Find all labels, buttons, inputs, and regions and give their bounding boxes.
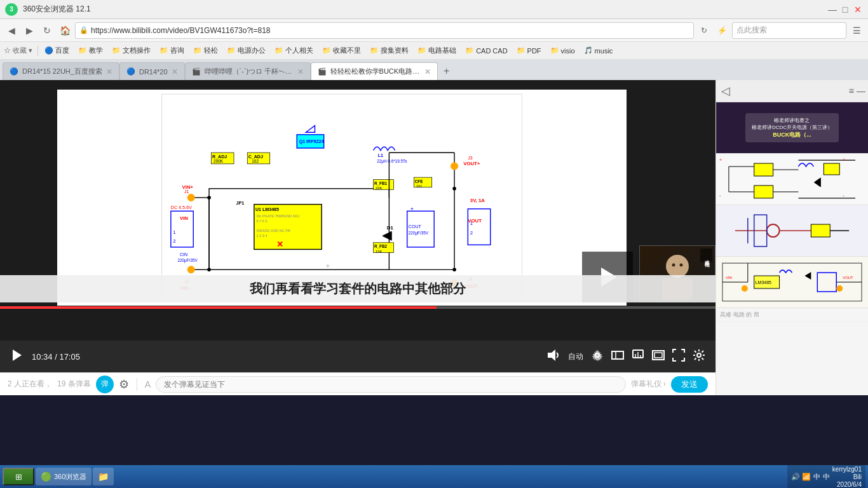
svg-text:2: 2 bbox=[173, 238, 175, 244]
extra-button[interactable] bbox=[693, 349, 705, 365]
extra-icon bbox=[693, 349, 705, 362]
bookmark-personal[interactable]: 📁 个人相关 bbox=[271, 44, 317, 57]
svg-text:✕: ✕ bbox=[276, 240, 283, 249]
svg-text:1    2    3    4: 1 2 3 4 bbox=[256, 234, 267, 238]
svg-text:R_FB1: R_FB1 bbox=[374, 181, 388, 186]
tab-1[interactable]: 🔵 DR14*15 22UH_百度搜索 ✕ bbox=[3, 62, 119, 80]
theater-button[interactable] bbox=[652, 349, 665, 365]
svg-point-67 bbox=[452, 187, 456, 191]
fullscreen-button[interactable] bbox=[672, 349, 685, 365]
tab2-label: DR14*20 bbox=[139, 68, 168, 76]
sidebar-text-1: 椿老师讲电赛之 bbox=[752, 117, 832, 124]
close-button[interactable]: ✕ bbox=[853, 4, 863, 15]
minimize-button[interactable]: — bbox=[827, 4, 837, 15]
search-bar[interactable]: 点此搜索 bbox=[732, 22, 846, 39]
bookmark-circuit[interactable]: 📁 电路基础 bbox=[414, 44, 460, 57]
settings-icon: ⚙ bbox=[119, 378, 129, 391]
title-bar: 3 360安全浏览器 12.1 — □ ✕ bbox=[0, 0, 868, 19]
video-container: 1 2 CIN 220μF/35V VIN DC 4.5-6V J1 VIN+ … bbox=[0, 80, 715, 395]
sidebar-text-1b: 椿老师讲DCDC开关电源（第三讲） bbox=[752, 124, 832, 131]
sidebar-menu-button[interactable]: ≡ bbox=[849, 83, 854, 99]
svg-rect-111 bbox=[811, 224, 830, 237]
tray-ime[interactable]: 中 bbox=[823, 472, 830, 482]
address-bar[interactable]: 🔒 https://www.bilibili.com/video/BV1GW41… bbox=[75, 22, 694, 39]
sidebar-item-4[interactable]: LM3485 VIN VOUT bbox=[716, 257, 868, 308]
new-tab-button[interactable]: + bbox=[438, 62, 456, 80]
tab4-close[interactable]: ✕ bbox=[424, 67, 431, 76]
bookmark-collect[interactable]: 📁 收藏不里 bbox=[318, 44, 365, 57]
sidebar-prev-button[interactable]: ◁ bbox=[719, 83, 733, 99]
svg-text:Vin PGATE PWRGND ADJ: Vin PGATE PWRGND ADJ bbox=[256, 214, 299, 218]
tab2-close[interactable]: ✕ bbox=[172, 67, 178, 76]
bookmark-docs[interactable]: 📁 文档操作 bbox=[108, 44, 154, 57]
text-icon: A bbox=[145, 379, 151, 390]
tab-2[interactable]: 🔵 DR14*20 ✕ bbox=[119, 62, 185, 80]
sidebar-minimize-button[interactable]: — bbox=[857, 83, 865, 99]
send-danmaku-button[interactable]: 发送 bbox=[671, 376, 708, 393]
bookmark-teach[interactable]: 📁 教学 bbox=[74, 44, 107, 57]
extensions-btn[interactable]: ⚡ bbox=[714, 23, 729, 38]
nav-bar: ◀ ▶ ↻ 🏠 🔒 https://www.bilibili.com/video… bbox=[0, 19, 868, 42]
home-button[interactable]: 🏠 bbox=[57, 23, 72, 38]
play-icon bbox=[10, 348, 24, 362]
bookmark-pdf[interactable]: 📁 PDF bbox=[513, 45, 545, 56]
bookmark-power[interactable]: 📁 电源办公 bbox=[223, 44, 269, 57]
tab-4[interactable]: 🎬 轻轻松松教你学BUCK电路_哔哩... ✕ bbox=[311, 62, 438, 80]
danmaku-toggle[interactable]: 弹 bbox=[96, 376, 114, 393]
taskbar-item-browser[interactable]: 🟢 360浏览器 bbox=[36, 468, 92, 485]
svg-text:22K: 22K bbox=[376, 186, 382, 190]
svg-text:8   7    6    5: 8 7 6 5 bbox=[256, 219, 267, 223]
danmaku-protocol[interactable]: 弹幕礼仪 › bbox=[631, 379, 666, 390]
svg-point-90 bbox=[697, 353, 701, 357]
tab3-close[interactable]: ✕ bbox=[297, 67, 304, 76]
bookmarks-label: ☆ 收藏 ▾ bbox=[4, 46, 32, 55]
start-button[interactable]: ⊞ bbox=[3, 468, 34, 485]
svg-text:220μF/35V: 220μF/35V bbox=[409, 231, 429, 236]
maximize-button[interactable]: □ bbox=[840, 4, 850, 15]
sidebar-item-1[interactable]: 椿老师讲电赛之 椿老师讲DCDC开关电源（第三讲） BUCK电路（... bbox=[716, 102, 868, 154]
window-controls: — □ ✕ bbox=[827, 4, 863, 15]
settings-button[interactable]: ☰ bbox=[849, 23, 864, 38]
total-time: 17:05 bbox=[59, 352, 80, 362]
folder-icon8: 📁 bbox=[370, 46, 379, 55]
svg-point-68 bbox=[452, 268, 456, 272]
widescreen-icon bbox=[611, 349, 624, 362]
widescreen-button[interactable] bbox=[611, 349, 624, 365]
svg-text:VOUT: VOUT bbox=[843, 276, 853, 280]
sidebar-item-3[interactable] bbox=[716, 205, 868, 257]
bookmark-baidu[interactable]: 🔵 百度 bbox=[41, 44, 73, 57]
volume-button[interactable] bbox=[546, 348, 560, 365]
svg-point-76 bbox=[672, 264, 675, 267]
svg-text:✛: ✛ bbox=[326, 264, 330, 269]
settings-video-button[interactable] bbox=[591, 349, 604, 365]
forward-button[interactable]: ▶ bbox=[22, 23, 37, 38]
progress-bar-container[interactable] bbox=[0, 306, 715, 309]
bookmark-visio[interactable]: 📁 visio bbox=[546, 45, 579, 56]
sidebar-item-2[interactable]: + - + - bbox=[716, 154, 868, 205]
bookmark-resources[interactable]: 📁 搜集资料 bbox=[366, 44, 412, 57]
folder-icon: 📁 bbox=[78, 46, 87, 55]
browser-icon: 🟢 bbox=[41, 471, 51, 482]
taskbar-item-explorer[interactable]: 📁 bbox=[93, 468, 114, 485]
refresh-button[interactable]: ↻ bbox=[39, 23, 55, 38]
progress-fill bbox=[0, 306, 437, 309]
tab1-close[interactable]: ✕ bbox=[106, 67, 112, 76]
bookmark-music[interactable]: 🎵 music bbox=[580, 45, 617, 56]
tray-input-method[interactable]: 中 bbox=[813, 472, 820, 482]
danmaku-settings-button[interactable]: ⚙ bbox=[119, 377, 129, 391]
sidebar-nav: ◁ ≡ — bbox=[716, 80, 868, 102]
report-button[interactable] bbox=[632, 349, 644, 365]
current-time: 10:34 bbox=[32, 352, 53, 362]
svg-text:+: + bbox=[410, 206, 414, 212]
svg-point-65 bbox=[207, 196, 211, 200]
bookmark-easy[interactable]: 📁 轻松 bbox=[189, 44, 222, 57]
play-pause-button[interactable] bbox=[10, 348, 24, 365]
svg-rect-95 bbox=[754, 163, 773, 176]
tab-3[interactable]: 🎬 哔哩哔哩（`-´)つロ 千杯~-bili... ✕ bbox=[185, 62, 311, 80]
svg-rect-89 bbox=[654, 353, 662, 358]
danmaku-input[interactable] bbox=[156, 376, 626, 393]
bookmark-consult[interactable]: 📁 咨询 bbox=[156, 44, 188, 57]
back-button[interactable]: ◀ bbox=[4, 23, 19, 38]
bookmark-cad[interactable]: 📁 CADCAD bbox=[461, 45, 511, 56]
refresh-btn2[interactable]: ↻ bbox=[696, 23, 712, 38]
